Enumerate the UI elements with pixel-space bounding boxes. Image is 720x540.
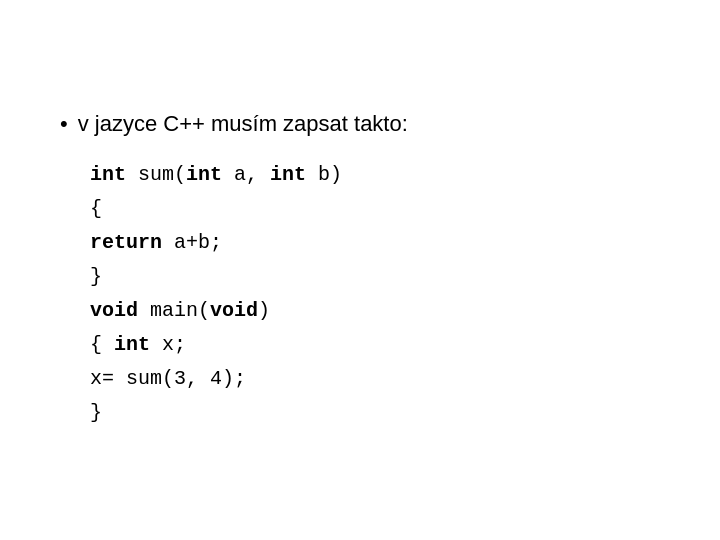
code-line-4: } bbox=[90, 260, 660, 294]
code-brace-open: { bbox=[90, 197, 102, 220]
code-line-7: x= sum(3, 4); bbox=[90, 362, 660, 396]
bullet-text: v jazyce C++ musím zapsat takto: bbox=[78, 110, 408, 139]
code-line-6: { int x; bbox=[90, 328, 660, 362]
keyword-int-4: int bbox=[114, 333, 150, 356]
code-a-comma: a, bbox=[222, 163, 270, 186]
code-x-assign-indent: x= bbox=[90, 367, 126, 390]
code-brace-close-1: } bbox=[90, 265, 102, 288]
code-main-close: ) bbox=[258, 299, 270, 322]
code-main-open: main( bbox=[138, 299, 210, 322]
code-brace-int-open: { bbox=[90, 333, 114, 356]
keyword-void: void bbox=[90, 299, 138, 322]
code-sum-open: sum( bbox=[126, 163, 186, 186]
code-line-5: void main(void) bbox=[90, 294, 660, 328]
keyword-return: return bbox=[90, 231, 162, 254]
bullet-item: • v jazyce C++ musím zapsat takto: bbox=[60, 110, 660, 139]
code-x-decl: x; bbox=[150, 333, 186, 356]
code-brace-close-2: } bbox=[90, 401, 102, 424]
bullet-dot: • bbox=[60, 110, 68, 139]
code-line-3: return a+b; bbox=[90, 226, 660, 260]
slide-content: • v jazyce C++ musím zapsat takto: int s… bbox=[60, 110, 660, 431]
keyword-int-2: int bbox=[186, 163, 222, 186]
code-b-close: b) bbox=[306, 163, 342, 186]
code-aplusb: a+b; bbox=[162, 231, 222, 254]
code-block: int sum(int a, int b) { return a+b; } vo… bbox=[90, 158, 660, 430]
code-line-1: int sum(int a, int b) bbox=[90, 158, 660, 192]
keyword-int-1: int bbox=[90, 163, 126, 186]
keyword-int-3: int bbox=[270, 163, 306, 186]
code-sum-call: sum(3, 4); bbox=[126, 367, 246, 390]
code-line-2: { bbox=[90, 192, 660, 226]
keyword-void-2: void bbox=[210, 299, 258, 322]
code-line-8: } bbox=[90, 396, 660, 430]
